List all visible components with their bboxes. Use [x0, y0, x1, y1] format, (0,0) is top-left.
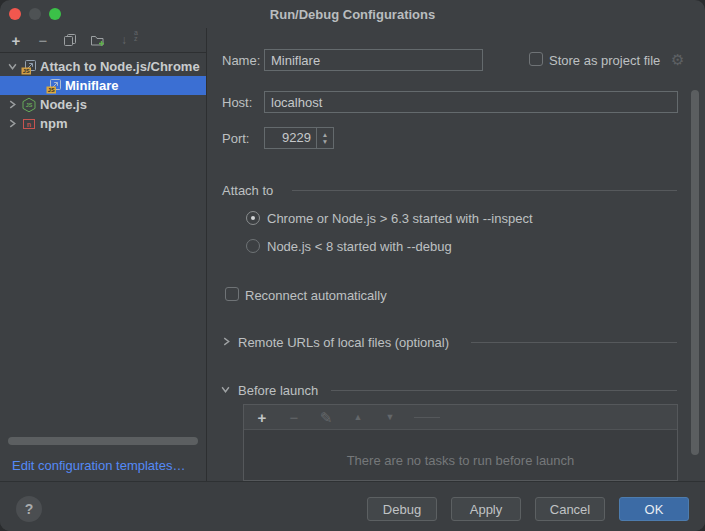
configurations-sidebar: + − ↓az JS Attach to Node.js/Chrome JS — [0, 28, 207, 481]
radio-chrome-inspect-label: Chrome or Node.js > 6.3 started with --i… — [267, 211, 533, 226]
before-launch-empty-text: There are no tasks to run before launch — [244, 453, 677, 468]
remove-icon[interactable]: − — [286, 409, 302, 425]
radio-nodejs-debug-label: Node.js < 8 started with --debug — [267, 239, 452, 254]
port-value[interactable]: 9229 — [265, 128, 316, 148]
add-icon[interactable]: + — [8, 32, 24, 48]
store-as-project-file-label: Store as project file — [549, 53, 660, 68]
sort-alphabetically-icon[interactable]: ↓az — [116, 32, 132, 48]
chevron-right-icon[interactable] — [222, 337, 231, 346]
toolbar-divider — [414, 417, 440, 418]
copy-icon[interactable] — [62, 32, 78, 48]
sidebar-toolbar: + − ↓az — [0, 28, 206, 53]
reconnect-automatically-label: Reconnect automatically — [245, 288, 387, 303]
remote-urls-section-label[interactable]: Remote URLs of local files (optional) — [238, 335, 449, 350]
tree-item-label: Node.js — [40, 97, 87, 112]
debug-button[interactable]: Debug — [367, 497, 437, 521]
cancel-button[interactable]: Cancel — [535, 497, 605, 521]
nodejs-icon: JS — [21, 97, 37, 113]
tree-item-miniflare[interactable]: JS Miniflare — [0, 76, 207, 95]
ok-button[interactable]: OK — [619, 497, 689, 521]
section-divider — [471, 342, 677, 343]
port-spinner[interactable]: 9229 ▲▼ — [264, 127, 334, 149]
help-icon[interactable]: ? — [16, 496, 42, 522]
section-divider — [331, 390, 677, 391]
section-divider — [292, 190, 677, 191]
window-title: Run/Debug Configurations — [0, 7, 705, 22]
add-icon[interactable]: + — [254, 409, 270, 425]
edit-icon[interactable]: ✎ — [318, 409, 334, 425]
svg-text:n: n — [27, 120, 31, 127]
chevron-right-icon[interactable] — [8, 119, 17, 128]
chevron-right-icon[interactable] — [8, 100, 17, 109]
npm-icon: n — [21, 116, 37, 132]
move-down-icon[interactable]: ▼ — [382, 409, 398, 425]
host-input[interactable] — [264, 91, 678, 113]
gear-icon[interactable]: ⚙ — [671, 52, 684, 67]
title-bar: Run/Debug Configurations — [0, 0, 705, 28]
new-folder-icon[interactable] — [89, 32, 105, 48]
attach-nodejs-icon: JS — [46, 78, 62, 94]
name-label: Name: — [222, 53, 260, 68]
tree-item-label: Miniflare — [65, 78, 118, 93]
reconnect-automatically-checkbox[interactable] — [225, 287, 239, 301]
port-label: Port: — [222, 131, 249, 146]
tree-item-nodejs[interactable]: JS Node.js — [0, 95, 207, 114]
remove-icon[interactable]: − — [35, 32, 51, 48]
store-as-project-file-checkbox[interactable] — [529, 52, 543, 66]
before-launch-section-label[interactable]: Before launch — [238, 383, 318, 398]
chevron-down-icon[interactable] — [221, 385, 230, 394]
attach-nodejs-icon: JS — [21, 59, 37, 75]
before-launch-panel: + − ✎ ▲ ▼ There are no tasks to run befo… — [243, 404, 678, 481]
stepper-arrows-icon[interactable]: ▲▼ — [316, 128, 333, 148]
vertical-scrollbar[interactable] — [691, 90, 699, 455]
chevron-down-icon[interactable] — [8, 62, 17, 71]
move-up-icon[interactable]: ▲ — [350, 409, 366, 425]
edit-configuration-templates-link[interactable]: Edit configuration templates… — [12, 458, 185, 473]
tree-item-npm[interactable]: n npm — [0, 114, 207, 133]
svg-text:JS: JS — [26, 102, 33, 108]
before-launch-toolbar: + − ✎ ▲ ▼ — [244, 405, 677, 430]
tree-item-attach-to-nodejs-chrome[interactable]: JS Attach to Node.js/Chrome — [0, 57, 207, 76]
host-label: Host: — [222, 95, 252, 110]
svg-text:JS: JS — [23, 68, 30, 74]
run-debug-configurations-dialog: Run/Debug Configurations + − ↓az JS Atta… — [0, 0, 705, 531]
radio-chrome-inspect[interactable] — [246, 211, 260, 225]
apply-button[interactable]: Apply — [451, 497, 521, 521]
attach-to-section-label: Attach to — [222, 183, 273, 198]
tree-item-label: Attach to Node.js/Chrome — [40, 59, 200, 74]
radio-nodejs-debug[interactable] — [246, 239, 260, 253]
horizontal-scrollbar[interactable] — [8, 437, 198, 445]
tree-item-label: npm — [40, 116, 67, 131]
svg-text:JS: JS — [48, 87, 55, 93]
name-input[interactable] — [264, 49, 483, 71]
dialog-footer: ? Debug Apply Cancel OK — [0, 481, 705, 531]
